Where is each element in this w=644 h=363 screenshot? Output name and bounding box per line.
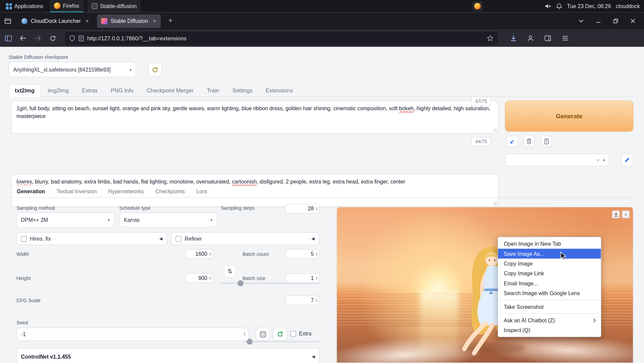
- applications-menu-button[interactable]: Applications: [3, 0, 46, 12]
- extension-sidebar-icon[interactable]: [2, 32, 15, 44]
- taskbar-window-stable-diffusion[interactable]: Stable-diffusion: [87, 0, 141, 12]
- browser-tab-stable-diffusion[interactable]: Stable Diffusion ×: [97, 14, 161, 28]
- extra-seed-checkbox[interactable]: [290, 331, 296, 337]
- tab-manager-icon[interactable]: [4, 17, 11, 25]
- tab-checkpoint-merger[interactable]: Checkpoint Merger: [141, 84, 200, 97]
- spinner-icons[interactable]: ▲▼: [315, 276, 318, 280]
- tab-img2img[interactable]: img2img: [42, 84, 75, 97]
- menu-item-email-image[interactable]: Email Image...: [498, 278, 601, 288]
- clear-prompt-button[interactable]: [524, 136, 535, 147]
- spinner-icons[interactable]: ▲▼: [243, 332, 246, 336]
- bookmark-star-icon[interactable]: [487, 35, 494, 42]
- resize-grip-icon[interactable]: [493, 129, 497, 132]
- collapse-arrow-icon[interactable]: ◀: [311, 236, 314, 241]
- tracking-shield-icon[interactable]: [69, 35, 75, 42]
- subtab-hypernetworks[interactable]: Hypernetworks: [103, 185, 150, 198]
- resize-grip-icon[interactable]: [493, 202, 497, 206]
- forward-button[interactable]: [31, 32, 44, 44]
- spinner-icons[interactable]: ▲▼: [315, 207, 318, 211]
- hires-fix-checkbox[interactable]: [21, 236, 27, 241]
- batch-count-input[interactable]: 5 ▲▼: [286, 249, 320, 258]
- refiner-checkbox[interactable]: [176, 236, 181, 241]
- tab-train[interactable]: Train: [201, 84, 226, 97]
- checkpoint-dropdown[interactable]: AnythingXL_xl.safetensors [8421598e93] ▾: [9, 62, 136, 77]
- url-bar[interactable]: http://127.0.0.1:7860/?__tab=extensions: [65, 32, 497, 45]
- refiner-accordion[interactable]: Refiner ◀: [171, 232, 319, 245]
- subtab-generation[interactable]: Generation: [11, 185, 51, 198]
- stable-diffusion-favicon: [101, 18, 107, 24]
- seed-input[interactable]: -1 ▲▼: [16, 328, 249, 341]
- downloads-icon[interactable]: [507, 32, 520, 44]
- collapse-arrow-icon[interactable]: ◀: [159, 236, 162, 241]
- random-seed-button[interactable]: [256, 328, 270, 341]
- collapse-arrow-icon[interactable]: ◀: [312, 354, 315, 359]
- spinner-icons[interactable]: ▲▼: [209, 276, 211, 280]
- paste-parameters-button[interactable]: ↙: [507, 136, 518, 147]
- menu-item-inspect[interactable]: Inspect (Q): [498, 325, 601, 335]
- generate-button[interactable]: Generate: [505, 101, 634, 132]
- styles-dropdown[interactable]: × ▾: [505, 154, 610, 166]
- tab-close-icon[interactable]: ×: [84, 18, 90, 24]
- sidebar-toggle-icon[interactable]: [541, 32, 554, 44]
- spinner-icons[interactable]: ▲▼: [315, 252, 318, 256]
- taskbar-clock[interactable]: Tue 23 Dec, 08:26: [567, 3, 611, 9]
- volume-muted-icon[interactable]: [544, 3, 551, 10]
- page-info-icon[interactable]: [79, 35, 84, 41]
- reload-button[interactable]: [46, 32, 59, 44]
- firefox-dock-launcher[interactable]: [472, 1, 483, 11]
- subtab-lora[interactable]: Lora: [191, 185, 213, 198]
- schedule-type-select[interactable]: Karras ▾: [119, 212, 217, 227]
- reuse-seed-button[interactable]: [273, 328, 287, 341]
- spinner-icons[interactable]: ▲▼: [209, 252, 211, 256]
- taskbar-window-sd-label: Stable-diffusion: [100, 3, 137, 9]
- browser-tab-clouddock[interactable]: CloudDock Launcher ×: [17, 14, 93, 28]
- url-text[interactable]: http://127.0.0.1:7860/?__tab=extensions: [87, 35, 484, 41]
- list-all-tabs-button[interactable]: [576, 15, 586, 26]
- image-close-button[interactable]: ×: [622, 210, 630, 218]
- clear-styles-icon[interactable]: ×: [597, 157, 600, 163]
- menu-item-open-image[interactable]: Open Image in New Tab: [498, 239, 601, 249]
- apply-styles-button[interactable]: [541, 136, 552, 147]
- menu-item-save-image-as[interactable]: Save Image As...: [498, 249, 601, 258]
- sampling-method-select[interactable]: DPM++ 2M ▾: [16, 212, 114, 227]
- hamburger-menu-icon[interactable]: [559, 32, 572, 44]
- swap-dimensions-button[interactable]: ⇅: [224, 265, 236, 278]
- taskbar-username[interactable]: clouddock: [616, 3, 640, 9]
- image-download-button[interactable]: [612, 210, 620, 218]
- tab-close-icon[interactable]: ×: [151, 18, 158, 24]
- menu-item-copy-image-link[interactable]: Copy Image Link: [498, 269, 601, 278]
- subtab-checkpoints[interactable]: Checkpoints: [150, 185, 191, 198]
- menu-item-ask-ai-chatbot[interactable]: Ask an AI Chatbot (Z): [498, 315, 601, 325]
- new-tab-button[interactable]: +: [164, 16, 177, 26]
- window-close-button[interactable]: [628, 15, 638, 26]
- hires-fix-accordion[interactable]: Hires. fix ◀: [16, 232, 167, 245]
- taskbar-window-firefox[interactable]: Firefox: [50, 0, 83, 12]
- prompt-textarea[interactable]: 1girl, full body, sitting on beach, suns…: [11, 101, 498, 134]
- subtab-textual-inversion[interactable]: Textual Inversion: [51, 185, 103, 198]
- notifications-bell-icon[interactable]: [556, 3, 562, 10]
- window-restore-button[interactable]: [610, 15, 621, 26]
- height-value: 900: [189, 275, 209, 281]
- controlnet-accordion[interactable]: ControlNet v1.1.455 ◀: [16, 348, 319, 363]
- cfg-scale-input[interactable]: 7 ▲▼: [286, 295, 320, 305]
- tab-settings[interactable]: Settings: [226, 84, 259, 97]
- menu-item-take-screenshot[interactable]: Take Screenshot: [498, 302, 601, 312]
- refresh-checkpoint-button[interactable]: [148, 63, 162, 77]
- menu-item-search-google-lens[interactable]: Search Image with Google Lens: [498, 288, 601, 298]
- window-minimize-button[interactable]: [593, 15, 604, 26]
- menu-item-copy-image[interactable]: Copy Image: [498, 258, 601, 268]
- width-input[interactable]: 1600 ▲▼: [186, 249, 213, 258]
- tab-extras[interactable]: Extras: [76, 84, 104, 97]
- back-button[interactable]: [16, 32, 30, 44]
- slider-handle[interactable]: [238, 280, 243, 286]
- edit-styles-button[interactable]: [621, 154, 634, 166]
- account-icon[interactable]: [524, 32, 537, 44]
- batch-size-input[interactable]: 1 ▲▼: [286, 273, 320, 283]
- tab-txt2img[interactable]: txt2img: [9, 84, 41, 97]
- sampling-steps-input[interactable]: 28 ▲▼: [286, 204, 320, 213]
- chevron-down-icon: ▾: [211, 218, 213, 222]
- tab-extensions[interactable]: Extensions: [260, 84, 299, 97]
- tab-png-info[interactable]: PNG Info: [105, 84, 140, 97]
- height-input[interactable]: 900 ▲▼: [186, 273, 213, 283]
- spinner-icons[interactable]: ▲▼: [315, 298, 318, 302]
